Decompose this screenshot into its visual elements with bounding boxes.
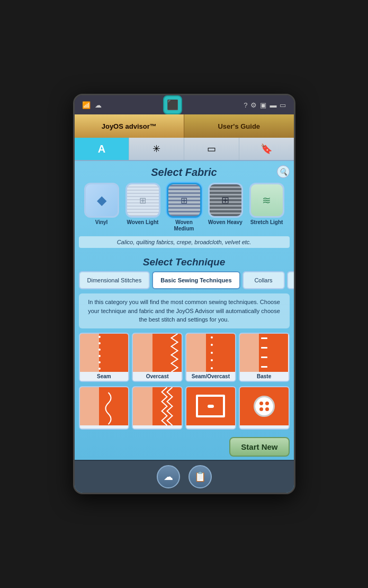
baste-preview xyxy=(240,334,289,372)
seam-overcast-stitch-line xyxy=(210,334,213,372)
status-icons-left: 📶 ☁ xyxy=(82,101,102,109)
seam-overcast-right xyxy=(206,334,235,372)
zigzag-label xyxy=(133,425,182,429)
woven-medium-label: WovenMedium xyxy=(174,219,194,232)
search-button[interactable]: 🔍 xyxy=(277,165,290,178)
fabric-item-stretch-light[interactable]: Stretch Light xyxy=(248,183,286,232)
stitch-item-wave[interactable] xyxy=(79,386,130,430)
fabric-item-vinyl[interactable]: Vinyl xyxy=(83,183,121,232)
bottom-nav-cloud[interactable]: ☁ xyxy=(157,465,180,488)
stitch-grid-row1: Seam Overcast xyxy=(75,333,294,386)
zigzag-preview xyxy=(133,387,182,425)
buttonhole-label xyxy=(186,425,235,429)
baste-label: Baste xyxy=(240,372,289,381)
nav-tab-stitch[interactable]: ▭ xyxy=(184,138,239,160)
woven-medium-swatch: ⊞ xyxy=(167,183,202,218)
bookmark-tab-icon: 🔖 xyxy=(261,143,272,155)
stitch-item-button[interactable] xyxy=(239,386,290,430)
seam-left xyxy=(80,334,100,372)
select-fabric-section: Select Fabric 🔍 Vinyl ⊞ Woven Light xyxy=(75,161,294,248)
woven-heavy-swatch: ⊞ xyxy=(208,183,243,218)
wave-label xyxy=(80,425,129,429)
button-label xyxy=(240,425,289,429)
start-new-button[interactable]: Start New xyxy=(229,437,289,457)
buttonhole-preview xyxy=(186,387,235,425)
save-icon[interactable]: ▣ xyxy=(260,101,266,109)
status-bar: 📶 ☁ ⬛ ? ⚙ ▣ ▬ ▭ xyxy=(75,95,294,114)
vinyl-label: Vinyl xyxy=(95,219,108,226)
bottom-btn-bar: Start New xyxy=(75,434,294,460)
technique-tabs: Dimensional Stitches Basic Sewing Techni… xyxy=(75,271,294,293)
fabric-tab-icon: A xyxy=(98,143,105,155)
woven-light-label: Woven Light xyxy=(127,219,159,226)
nav-tabs: A ✳ ▭ 🔖 xyxy=(75,138,294,161)
bottom-nav: ☁ 📋 xyxy=(75,460,294,493)
overcast-left xyxy=(133,334,152,372)
stitch-item-seam[interactable]: Seam xyxy=(79,333,130,382)
technique-h[interactable]: H xyxy=(287,271,294,289)
button-preview xyxy=(240,387,289,425)
seam-label: Seam xyxy=(80,372,129,381)
tab-guide[interactable]: User's Guide xyxy=(184,114,294,138)
baste-right xyxy=(259,334,288,372)
wifi-icon: 📶 xyxy=(82,101,91,109)
fabric-row: Vinyl ⊞ Woven Light ⊞ WovenMedium xyxy=(75,183,294,236)
stitch-item-overcast[interactable]: Overcast xyxy=(132,333,183,382)
help-icon[interactable]: ? xyxy=(244,101,247,109)
seam-overcast-label: Seam/Overcast xyxy=(186,372,235,381)
fabric-item-woven-light[interactable]: ⊞ Woven Light xyxy=(124,183,162,232)
woven-light-swatch: ⊞ xyxy=(125,183,160,218)
overcast-right xyxy=(152,334,182,372)
select-technique-section: Select Technique Dimensional Stitches Ba… xyxy=(75,252,294,460)
nav-tab-technique[interactable]: ✳ xyxy=(129,138,184,160)
monitor-icon[interactable]: ▬ xyxy=(270,101,276,109)
bottom-nav-clipboard[interactable]: 📋 xyxy=(189,465,212,488)
vinyl-swatch xyxy=(84,183,119,218)
clipboard-nav-icon: 📋 xyxy=(194,471,206,483)
stitch-tab-icon: ▭ xyxy=(207,143,216,155)
seam-stitch-line xyxy=(98,334,101,372)
fabric-item-woven-medium[interactable]: ⊞ WovenMedium xyxy=(165,183,203,232)
tablet-icon[interactable]: ▭ xyxy=(280,101,286,109)
seam-overcast-left xyxy=(186,334,206,372)
seam-right xyxy=(99,334,128,372)
stretch-light-swatch xyxy=(249,183,284,218)
baste-left xyxy=(240,334,259,372)
fabric-description: Calico, quilting fabrics, crepe, broadcl… xyxy=(79,236,290,248)
seam-overcast-preview xyxy=(186,334,235,372)
cloud-nav-icon: ☁ xyxy=(164,471,173,483)
technique-basic-sewing[interactable]: Basic Sewing Techniques xyxy=(152,271,240,289)
technique-collars[interactable]: Collars xyxy=(243,271,285,289)
app-tab-bar: JoyOS advisor™ User's Guide xyxy=(75,114,294,138)
wave-preview xyxy=(80,387,129,425)
fabric-item-woven-heavy[interactable]: ⊞ Woven Heavy xyxy=(207,183,245,232)
woven-heavy-label: Woven Heavy xyxy=(208,219,243,226)
stitch-item-seam-overcast[interactable]: Seam/Overcast xyxy=(185,333,236,382)
nav-tab-fabric[interactable]: A xyxy=(75,138,130,160)
stitch-grid-row2 xyxy=(75,386,294,434)
stitch-item-baste[interactable]: Baste xyxy=(239,333,290,382)
stretch-light-label: Stretch Light xyxy=(250,219,283,226)
screen: JoyOS advisor™ User's Guide A ✳ ▭ 🔖 xyxy=(75,114,294,493)
technique-dimensional-stitches[interactable]: Dimensional Stitches xyxy=(79,271,150,289)
technique-tab-icon: ✳ xyxy=(152,143,160,155)
technique-description: In this category you will find the most … xyxy=(79,293,290,328)
settings-icon[interactable]: ⚙ xyxy=(250,101,257,109)
stitch-item-zigzag[interactable] xyxy=(132,386,183,430)
stitch-item-buttonhole[interactable] xyxy=(185,386,236,430)
overcast-preview xyxy=(133,334,182,372)
cloud-icon: ☁ xyxy=(95,101,102,109)
select-technique-title: Select Technique xyxy=(75,252,294,271)
nav-tab-bookmark[interactable]: 🔖 xyxy=(239,138,294,160)
tab-advisor[interactable]: JoyOS advisor™ xyxy=(75,114,185,138)
status-icons-right: ? ⚙ ▣ ▬ ▭ xyxy=(244,101,286,109)
select-fabric-title: Select Fabric 🔍 xyxy=(75,161,294,183)
overcast-label: Overcast xyxy=(133,372,182,381)
seam-preview xyxy=(80,334,129,372)
center-app-icon[interactable]: ⬛ xyxy=(163,95,182,114)
device-frame: 📶 ☁ ⬛ ? ⚙ ▣ ▬ ▭ JoyOS advisor™ User's Gu… xyxy=(73,94,295,494)
